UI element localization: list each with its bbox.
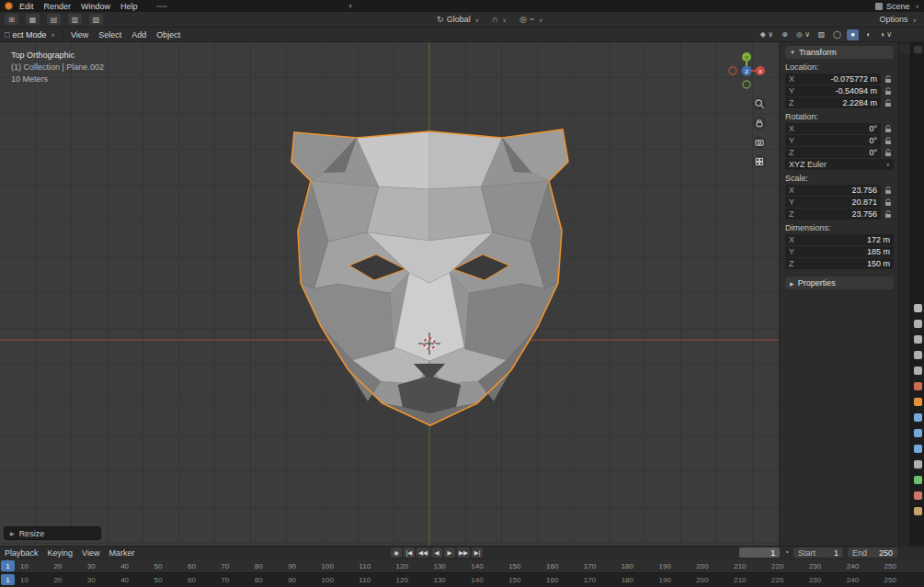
selected-mesh-object[interactable] xyxy=(291,130,568,425)
viewport-menu-item[interactable]: Select xyxy=(98,30,121,40)
world-properties-tab[interactable] xyxy=(914,382,922,390)
current-frame-marker[interactable]: 1 xyxy=(1,574,15,585)
scale-field[interactable]: Z23.756 xyxy=(785,209,881,220)
header-icon[interactable]: ▥ xyxy=(68,14,82,25)
toggle-xray-icon[interactable]: ▨ xyxy=(816,29,827,40)
operator-panel[interactable]: ▶ Resize xyxy=(4,526,101,540)
header-icon[interactable]: ▤ xyxy=(47,14,61,25)
material-properties-tab[interactable] xyxy=(914,491,922,500)
lock-icon[interactable] xyxy=(883,75,894,84)
scale-field[interactable]: Y20.871 xyxy=(785,197,881,208)
editor-type-icon[interactable] xyxy=(914,46,922,53)
timeline-scroll-ruler[interactable]: 1020304050607080901001101201301401501601… xyxy=(0,572,924,587)
rotation-field[interactable]: X0° xyxy=(785,123,881,134)
workspace-tab[interactable] xyxy=(253,6,264,7)
shading-wireframe-icon[interactable]: ◯ xyxy=(831,29,843,40)
timeline-menu-item[interactable]: Keying xyxy=(48,548,74,558)
current-frame-field[interactable]: 1 xyxy=(739,547,780,558)
menu-item[interactable]: Help xyxy=(120,2,138,11)
properties-panel-header[interactable]: ▶ Properties xyxy=(785,277,894,289)
blender-logo-icon[interactable] xyxy=(5,2,13,10)
workspace-tab[interactable] xyxy=(234,6,245,7)
options-dropdown[interactable]: Options ∨ xyxy=(877,14,919,25)
show-overlays-icon[interactable]: ◎ ∨ xyxy=(794,29,812,40)
workspace-tab[interactable] xyxy=(311,6,322,7)
lock-icon[interactable] xyxy=(883,186,894,195)
scene-selector[interactable]: Scene ∨ xyxy=(875,2,919,11)
lock-icon[interactable] xyxy=(883,210,894,219)
lock-icon[interactable] xyxy=(883,125,894,133)
dimension-field[interactable]: Y185 m xyxy=(785,246,894,257)
frame-end-field[interactable]: End 250 xyxy=(848,547,897,558)
3d-viewport[interactable]: Top Orthographic (1) Collection | Plane.… xyxy=(0,42,779,546)
timeline-menu-item[interactable]: Marker xyxy=(108,548,134,558)
camera-view-icon[interactable] xyxy=(753,136,766,149)
output-properties-tab[interactable] xyxy=(914,335,922,344)
play-button[interactable]: ▶ xyxy=(444,547,455,558)
transform-orientation-dropdown[interactable]: ↻ Global ∨ xyxy=(434,14,482,25)
menu-item[interactable]: Edit xyxy=(19,2,34,11)
shading-solid-icon[interactable]: ● xyxy=(847,29,859,40)
dimension-field[interactable]: X172 m xyxy=(785,234,894,245)
workspace-tab[interactable] xyxy=(156,6,167,7)
zoom-icon[interactable] xyxy=(753,97,766,110)
show-gizmos-icon[interactable]: ⊕ xyxy=(779,29,791,40)
gizmo-neg-x[interactable] xyxy=(729,67,736,74)
viewport-menu-item[interactable]: Add xyxy=(131,30,146,40)
header-icon[interactable]: ▦ xyxy=(26,14,40,25)
location-field[interactable]: Y-0.54094 m xyxy=(785,85,881,96)
timeline-menu-item[interactable]: View xyxy=(82,548,99,558)
gizmo-neg-y[interactable] xyxy=(743,81,750,88)
toggle-ortho-icon[interactable] xyxy=(753,155,766,168)
proportional-editing-toggle[interactable]: ◎ ~ ∨ xyxy=(517,14,546,25)
workspace-tab[interactable] xyxy=(291,6,302,7)
pan-hand-icon[interactable] xyxy=(753,117,766,130)
previous-keyframe-button[interactable]: ◀◀ xyxy=(416,547,429,558)
workspace-tab[interactable] xyxy=(272,6,283,7)
navigation-gizmo[interactable]: Y X Z xyxy=(725,50,768,94)
add-workspace-button[interactable]: + xyxy=(345,2,357,11)
physics-properties-tab[interactable] xyxy=(914,445,922,453)
view-layer-properties-tab[interactable] xyxy=(914,351,922,359)
workspace-tab[interactable] xyxy=(214,6,225,7)
shading-material-icon[interactable]: ◐ xyxy=(862,29,874,40)
render-properties-tab[interactable] xyxy=(914,320,922,328)
object-properties-tab[interactable] xyxy=(914,398,922,406)
object-visibility-dropdown-icon[interactable]: ◈ ∨ xyxy=(759,29,775,40)
lock-icon[interactable] xyxy=(883,99,894,107)
play-reverse-button[interactable]: ◀ xyxy=(431,547,442,558)
lock-icon[interactable] xyxy=(883,137,894,145)
auto-keying-toggle[interactable]: ◉ xyxy=(391,547,402,558)
next-keyframe-button[interactable]: ▶▶ xyxy=(457,547,470,558)
current-frame-marker[interactable]: 1 xyxy=(1,560,15,571)
constraint-properties-tab[interactable] xyxy=(914,460,922,468)
viewport-menu-item[interactable]: Object xyxy=(156,30,180,40)
workspace-tab[interactable] xyxy=(176,6,187,7)
workspace-tab[interactable] xyxy=(330,6,341,7)
location-field[interactable]: Z2.2284 m xyxy=(785,97,881,108)
dimension-field[interactable]: Z150 m xyxy=(785,258,894,269)
menu-item[interactable]: Window xyxy=(81,2,110,11)
location-field[interactable]: X-0.075772 m xyxy=(785,73,881,85)
jump-to-end-button[interactable]: ▶| xyxy=(472,547,483,558)
shading-rendered-icon[interactable]: ◑ ∨ xyxy=(878,29,894,40)
timeline-ruler[interactable]: 1020304050607080901001101201301401501601… xyxy=(0,559,924,572)
particle-properties-tab[interactable] xyxy=(914,429,922,437)
scale-field[interactable]: X23.756 xyxy=(785,185,881,196)
object-data-properties-tab[interactable] xyxy=(914,476,922,484)
viewport-menu-item[interactable]: View xyxy=(71,30,88,40)
texture-properties-tab[interactable] xyxy=(914,507,922,515)
lock-icon[interactable] xyxy=(883,87,894,96)
snapping-toggle[interactable]: ∩ ∨ xyxy=(489,14,509,25)
frame-start-field[interactable]: Start 1 xyxy=(793,547,843,558)
modifier-properties-tab[interactable] xyxy=(914,413,922,422)
jump-to-start-button[interactable]: |◀ xyxy=(404,547,415,558)
rotation-mode-dropdown[interactable]: XYZ Euler ∨ xyxy=(785,159,894,170)
menu-item[interactable]: Render xyxy=(44,2,72,11)
lock-icon[interactable] xyxy=(883,149,894,157)
timeline-menu-item[interactable]: Playback xyxy=(5,548,39,558)
rotation-field[interactable]: Y0° xyxy=(785,135,881,146)
mode-dropdown[interactable]: □ ect Mode ∨ xyxy=(5,30,55,40)
tool-properties-tab[interactable] xyxy=(914,304,922,312)
header-icon[interactable]: ▧ xyxy=(89,14,103,25)
